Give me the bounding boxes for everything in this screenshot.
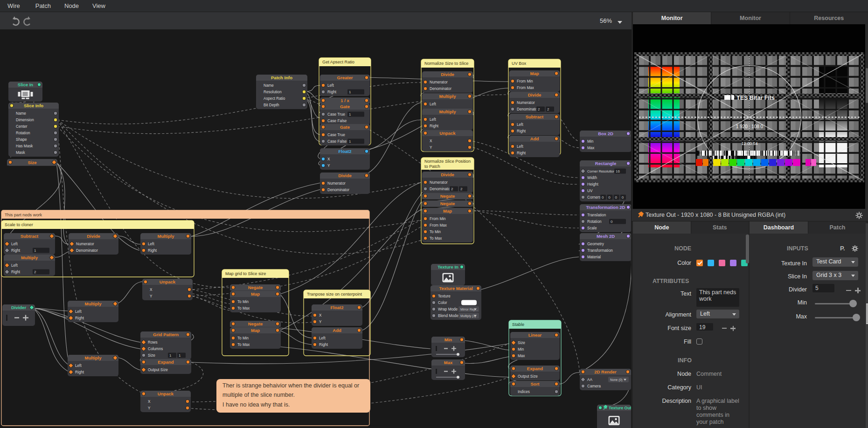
svg-text:From Max: From Max <box>430 223 447 228</box>
svg-text:Scale to cloner: Scale to cloner <box>5 222 33 227</box>
svg-text:Translation: Translation <box>587 213 606 217</box>
svg-text:Right: Right <box>430 124 439 128</box>
svg-text:Shape: Shape <box>16 138 27 142</box>
svg-text:Size: Size <box>518 341 525 345</box>
svg-text:Right: Right <box>11 249 21 253</box>
svg-text:2D Render: 2D Render <box>594 369 617 374</box>
svg-text:Width: Width <box>587 176 597 180</box>
svg-text:Linear: Linear <box>528 332 542 338</box>
svg-text:Right: Right <box>75 370 84 374</box>
svg-text:Multiply: Multiply <box>158 234 175 239</box>
svg-text:Y: Y <box>150 294 153 298</box>
svg-text:Grid Pattern: Grid Pattern <box>153 332 179 337</box>
svg-text:Wrap Mode: Wrap Mode <box>438 307 458 311</box>
svg-text:2: 2 <box>34 270 36 274</box>
svg-text:Case False: Case False <box>327 119 347 123</box>
svg-text:Denominator: Denominator <box>517 107 539 111</box>
svg-text:Size: Size <box>28 160 36 165</box>
svg-text:Numerator: Numerator <box>517 101 535 105</box>
svg-text:2: 2 <box>460 187 463 191</box>
svg-text:to Patch: to Patch <box>424 164 440 169</box>
svg-text:Numerator: Numerator <box>430 80 448 84</box>
svg-text:From Min: From Min <box>430 217 446 221</box>
svg-text:Add: Add <box>333 328 341 333</box>
svg-text:Color: Color <box>438 301 447 305</box>
svg-text:Negate: Negate <box>440 201 455 206</box>
svg-text:Denominator: Denominator <box>327 188 349 192</box>
svg-text:Min: Min <box>587 139 594 144</box>
svg-text:Unpack: Unpack <box>158 391 174 396</box>
svg-text:16: 16 <box>616 169 620 173</box>
svg-text:Left: Left <box>430 117 436 122</box>
svg-text:0: 0 <box>615 195 618 200</box>
svg-text:Mask: Mask <box>16 151 25 155</box>
svg-text:1: 1 <box>169 353 172 358</box>
svg-text:Name: Name <box>264 83 274 88</box>
svg-text:Multiply: Multiply <box>439 94 457 99</box>
svg-text:Right: Right <box>319 343 328 347</box>
svg-text:Material: Material <box>587 255 601 259</box>
svg-text:Y: Y <box>319 320 322 324</box>
svg-text:Expand: Expand <box>158 359 174 365</box>
svg-text:1: 1 <box>34 249 36 253</box>
svg-text:From Min: From Min <box>517 79 533 83</box>
svg-text:Rotation: Rotation <box>587 220 602 224</box>
svg-text:I have no idea why that is.: I have no idea why that is. <box>222 401 290 408</box>
svg-text:Map grid to Slice size: Map grid to Slice size <box>225 271 266 276</box>
svg-text:Divide: Divide <box>87 234 100 239</box>
svg-text:Left: Left <box>517 123 523 127</box>
svg-text:Multiply: Multiply <box>21 255 38 260</box>
svg-text:To Max: To Max <box>237 343 250 347</box>
svg-text:2: 2 <box>538 107 540 111</box>
svg-text:To Max: To Max <box>430 236 442 241</box>
svg-text:Right: Right <box>148 249 157 253</box>
svg-text:X: X <box>319 313 322 318</box>
svg-text:Negate: Negate <box>248 285 263 290</box>
svg-text:Greater: Greater <box>337 75 353 80</box>
svg-text:1: 1 <box>349 139 351 144</box>
svg-text:Blend Mode: Blend Mode <box>438 314 458 318</box>
svg-text:Scale: Scale <box>587 226 597 230</box>
svg-text:Map: Map <box>530 71 539 76</box>
svg-text:Y: Y <box>327 164 330 168</box>
svg-text:Slice In: Slice In <box>18 82 33 87</box>
svg-text:Map: Map <box>251 291 260 297</box>
svg-text:Camera: Camera <box>587 384 601 388</box>
svg-text:Multiply: Multiply <box>85 355 102 360</box>
svg-text:Numerator: Numerator <box>327 181 346 186</box>
svg-text:Sort: Sort <box>531 381 540 387</box>
svg-text:X: X <box>327 157 330 161</box>
svg-text:Right: Right <box>11 270 21 274</box>
svg-text:Stable: Stable <box>512 322 524 327</box>
svg-text:Add: Add <box>530 136 539 141</box>
svg-text:Box 2D: Box 2D <box>598 131 613 136</box>
svg-text:Negate: Negate <box>440 193 455 199</box>
svg-text:Multiply: Multiply <box>85 301 102 306</box>
svg-text:Case True: Case True <box>327 133 345 137</box>
svg-text:Texture In: Texture In <box>437 264 458 269</box>
svg-text:Texture Material: Texture Material <box>439 286 472 291</box>
svg-text:0: 0 <box>608 195 611 200</box>
svg-text:Height: Height <box>587 182 598 186</box>
svg-text:Max: Max <box>444 360 453 365</box>
svg-text:Numerator: Numerator <box>76 242 94 246</box>
svg-text:Map: Map <box>443 208 452 214</box>
svg-text:To Min: To Min <box>237 336 249 340</box>
svg-text:Left: Left <box>430 102 436 106</box>
svg-text:This part neds work: This part neds work <box>5 213 42 217</box>
svg-text:Normalize Size to Slice: Normalize Size to Slice <box>424 61 468 66</box>
svg-text:Left: Left <box>327 83 334 88</box>
svg-text:From Max: From Max <box>517 86 534 90</box>
svg-text:To Min: To Min <box>430 230 441 234</box>
svg-text:Float2: Float2 <box>331 305 344 310</box>
svg-text:Aspect Ratio: Aspect Ratio <box>264 97 285 101</box>
svg-text:Size: Size <box>148 353 155 358</box>
svg-text:Indices: Indices <box>518 390 530 394</box>
svg-text:Divider: Divider <box>11 305 27 310</box>
svg-text:Left: Left <box>11 263 18 268</box>
svg-text:Right: Right <box>75 316 84 320</box>
svg-text:Max: Max <box>587 146 594 150</box>
svg-text:Transformation 2D: Transformation 2D <box>586 205 625 210</box>
svg-text:Ther is strange behaivior when: Ther is strange behaivior when the divid… <box>222 382 359 389</box>
svg-text:Multiply (1): Multiply (1) <box>460 314 476 318</box>
